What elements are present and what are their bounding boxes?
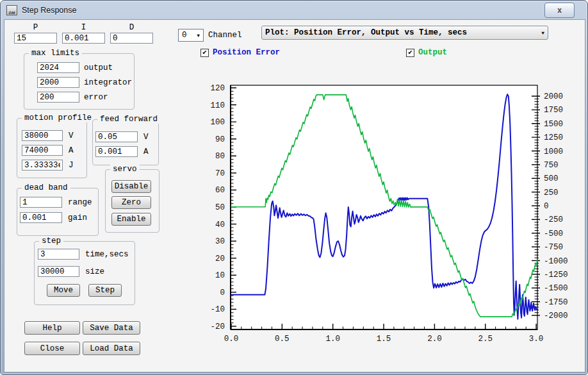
motion-j-field[interactable] <box>22 160 63 171</box>
svg-text:0.5: 0.5 <box>275 335 290 344</box>
x-axis: 0.00.51.01.52.02.53.0 <box>224 324 544 344</box>
svg-text:90: 90 <box>215 135 225 144</box>
ff-a-label: A <box>143 147 149 156</box>
save-data-button[interactable]: Save Data <box>83 321 140 335</box>
ff-a-field[interactable] <box>95 146 138 157</box>
step-size-label: size <box>85 267 104 276</box>
max-limits-title: max limits <box>29 49 82 58</box>
d-label: D <box>110 23 153 32</box>
svg-text:-750: -750 <box>544 243 563 252</box>
svg-text:1250: 1250 <box>544 133 563 142</box>
channel-label: Channel <box>208 31 242 40</box>
title-bar: DM Step Response <box>1 1 587 19</box>
svg-text:70: 70 <box>215 169 225 178</box>
svg-text:-250: -250 <box>544 215 563 224</box>
gain-label: gain <box>68 213 87 222</box>
range-label: range <box>68 198 92 207</box>
position-error-checkbox-label: Position Error <box>213 48 280 57</box>
motion-a-label: A <box>69 146 74 155</box>
svg-text:1.0: 1.0 <box>325 335 340 344</box>
servo-title: servo <box>110 165 140 174</box>
channel-value: 0 <box>182 31 187 40</box>
chevron-down-icon: ▼ <box>197 33 200 38</box>
plot-select[interactable]: Plot: Position Error, Output vs Time, se… <box>261 26 548 40</box>
move-button[interactable]: Move <box>47 284 80 297</box>
svg-text:20: 20 <box>215 254 225 263</box>
max-integrator-label: integrator <box>84 78 132 87</box>
channel-select[interactable]: 0 ▼ <box>178 29 204 42</box>
svg-text:-1750: -1750 <box>544 298 568 307</box>
motion-a-field[interactable] <box>22 145 63 156</box>
svg-text:500: 500 <box>544 174 559 183</box>
output-checkbox[interactable]: ✔ <box>406 49 414 57</box>
close-button[interactable]: Close <box>24 342 80 355</box>
svg-text:-1500: -1500 <box>544 284 568 293</box>
load-data-button[interactable]: Load Data <box>83 342 140 355</box>
max-output-field[interactable] <box>37 62 79 73</box>
motion-j-label: J <box>69 161 74 170</box>
range-field[interactable] <box>20 197 62 208</box>
client-area: P I D 0 ▼ Channel Plot: Position Error, … <box>4 19 585 372</box>
step-button[interactable]: Step <box>88 284 122 297</box>
svg-text:120: 120 <box>210 84 225 93</box>
max-output-label: output <box>84 63 113 72</box>
svg-text:1500: 1500 <box>544 120 563 129</box>
p-label: P <box>14 23 57 32</box>
step-title: step <box>39 237 63 246</box>
p-field[interactable] <box>14 33 57 44</box>
app-icon: DM <box>6 5 17 15</box>
svg-text:-1000: -1000 <box>544 257 568 266</box>
step-time-field[interactable] <box>38 249 79 260</box>
svg-text:2.5: 2.5 <box>478 335 493 344</box>
max-integrator-field[interactable] <box>37 77 79 88</box>
svg-text:-500: -500 <box>544 229 563 238</box>
zero-button[interactable]: Zero <box>111 196 151 209</box>
svg-text:60: 60 <box>215 186 225 195</box>
svg-text:0: 0 <box>544 202 549 211</box>
svg-text:1000: 1000 <box>544 147 563 156</box>
svg-text:-20: -20 <box>210 322 225 331</box>
svg-text:50: 50 <box>215 203 225 212</box>
motion-v-label: V <box>69 131 74 140</box>
plot-select-value: Plot: Position Error, Output vs Time, se… <box>265 28 467 37</box>
svg-text:30: 30 <box>215 237 225 246</box>
max-error-label: error <box>84 93 108 102</box>
svg-text:-2000: -2000 <box>544 312 568 321</box>
step-size-field[interactable] <box>38 266 79 277</box>
svg-text:-1250: -1250 <box>544 271 568 279</box>
app-window: DM Step Response x P I D 0 ▼ Channel Plo… <box>0 0 588 375</box>
svg-text:100: 100 <box>210 118 225 127</box>
feed-forward-group: feed forward <box>92 119 159 165</box>
enable-button[interactable]: Enable <box>111 213 151 226</box>
max-error-field[interactable] <box>37 92 79 103</box>
svg-text:10: 10 <box>215 271 225 280</box>
svg-text:1750: 1750 <box>544 106 563 115</box>
ff-v-label: V <box>143 133 149 142</box>
svg-text:3.0: 3.0 <box>529 335 544 344</box>
d-field[interactable] <box>110 33 153 44</box>
svg-text:110: 110 <box>210 101 225 110</box>
svg-text:750: 750 <box>544 161 559 170</box>
motion-v-field[interactable] <box>22 130 63 141</box>
close-icon[interactable]: x <box>544 3 575 18</box>
disable-button[interactable]: Disable <box>111 180 151 193</box>
dead-band-title: dead band <box>22 183 70 192</box>
svg-text:1.5: 1.5 <box>377 335 391 344</box>
app-icon-text: DM <box>9 11 15 15</box>
output-checkbox-label: Output <box>418 48 447 57</box>
svg-text:2.0: 2.0 <box>427 335 442 344</box>
help-button[interactable]: Help <box>24 321 80 335</box>
i-field[interactable] <box>62 33 105 44</box>
svg-text:0.0: 0.0 <box>224 335 239 344</box>
svg-text:0: 0 <box>220 288 225 297</box>
svg-text:2000: 2000 <box>544 92 563 101</box>
i-label: I <box>62 23 105 32</box>
svg-text:80: 80 <box>215 152 225 161</box>
position-error-checkbox[interactable]: ✔ <box>200 49 209 57</box>
svg-text:40: 40 <box>215 221 225 229</box>
step-response-plot: -20-100102030405060708090100110120 -2000… <box>193 78 577 353</box>
ff-v-field[interactable] <box>95 131 138 142</box>
feed-forward-title: feed forward <box>97 115 160 124</box>
svg-text:-10: -10 <box>210 305 225 314</box>
gain-field[interactable] <box>20 212 62 223</box>
